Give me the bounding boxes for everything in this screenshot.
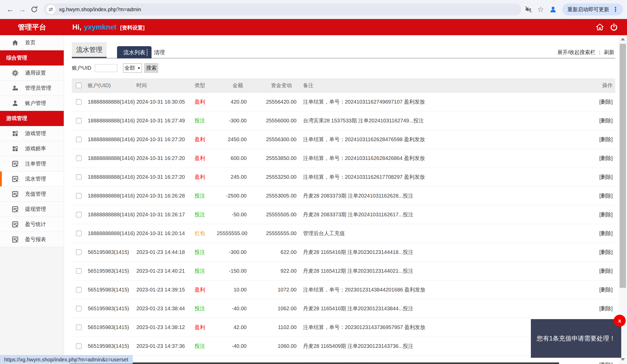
sidebar-item-游戏赔率[interactable]: 游戏赔率 — [0, 141, 64, 156]
scrollbar-thumb[interactable] — [620, 44, 626, 288]
cell-time: 2023-01-23 14:39:15 — [133, 287, 183, 293]
scroll-up-icon[interactable] — [621, 38, 625, 40]
username[interactable]: yxymknet — [84, 23, 117, 31]
sidebar-item-游戏管理[interactable]: 游戏管理 — [0, 126, 64, 141]
refresh-link[interactable]: 刷新 — [604, 49, 614, 56]
cell-amount: -2500.00 — [217, 193, 248, 199]
profile-avatar-icon[interactable] — [549, 5, 557, 13]
delete-link[interactable]: [删除] — [599, 212, 613, 217]
recharge-notification: 您有1条充值申请需要处理！ — [531, 319, 621, 358]
cell-balance: 1072.00 — [248, 287, 297, 293]
sidebar-item-注单管理[interactable]: 注单管理 — [0, 156, 64, 171]
doc-icon — [11, 236, 19, 243]
cell-uid: 565195983(1415) — [86, 249, 133, 255]
cell-amount: -40.00 — [217, 306, 248, 312]
sidebar-item-充值管理[interactable]: 充值管理 — [0, 187, 64, 202]
delete-link[interactable]: [删除] — [599, 249, 613, 255]
scroll-down-icon[interactable] — [621, 358, 625, 361]
sidebar-item-提现管理[interactable]: 提现管理 — [0, 202, 64, 217]
search-button[interactable]: 搜索 — [144, 63, 158, 73]
row-checkbox[interactable] — [76, 156, 82, 161]
cell-uid: 18888888888(1416) — [86, 118, 133, 124]
cell-type: 盈利 — [183, 324, 217, 331]
toggle-search-link[interactable]: 展开/收起搜索栏 — [557, 49, 595, 56]
delete-link[interactable]: [删除] — [599, 230, 613, 236]
delete-link[interactable]: [删除] — [599, 362, 613, 364]
notification-close-icon[interactable]: x — [614, 315, 626, 327]
profile-settings-link[interactable]: [资料设置] — [120, 24, 144, 31]
row-checkbox[interactable] — [76, 306, 82, 311]
delete-link[interactable]: [删除] — [599, 287, 613, 293]
sidebar-item-通用设置[interactable]: 通用设置 — [0, 65, 64, 81]
update-button[interactable]: 重新启动即可更新 ⋮ — [562, 3, 623, 15]
tab-muted-icon[interactable] — [524, 5, 532, 13]
cell-balance: 25553850.00 — [248, 155, 297, 161]
row-checkbox[interactable] — [76, 325, 82, 330]
table-row: 18888888888(1416) 2024-10-31 16:26:17 投注… — [72, 205, 615, 224]
cell-uid: 565195983(1415) — [86, 343, 133, 349]
uid-input[interactable] — [95, 64, 117, 72]
row-checkbox[interactable] — [76, 174, 82, 180]
delete-link[interactable]: [删除] — [599, 99, 613, 105]
row-checkbox[interactable] — [76, 249, 82, 255]
header-action: 操作 — [590, 82, 615, 89]
row-checkbox-cell — [72, 287, 86, 293]
select-all-checkbox[interactable] — [76, 83, 82, 88]
address-bar[interactable]: xg.hwym.shop/index.php?m=admin — [43, 3, 521, 15]
row-checkbox[interactable] — [76, 268, 82, 274]
sidebar-item-管理员管理[interactable]: 管理员管理 — [0, 81, 64, 96]
row-checkbox-cell — [72, 306, 86, 311]
tab-flow-list[interactable]: 流水列表 — [117, 46, 152, 58]
delete-link[interactable]: [删除] — [599, 118, 613, 123]
logout-power-icon[interactable] — [610, 23, 618, 31]
sidebar-section: 游戏管理 — [0, 111, 64, 126]
cell-balance: 25553005.00 — [248, 193, 297, 199]
row-checkbox[interactable] — [76, 193, 82, 199]
url-text[interactable]: xg.hwym.shop/index.php?m=admin — [59, 7, 141, 13]
sidebar-item-label: 账户管理 — [25, 100, 46, 107]
tab-clean[interactable]: 清理 — [151, 46, 167, 58]
row-checkbox[interactable] — [76, 287, 82, 293]
home-icon[interactable] — [596, 23, 604, 31]
sidebar-item-盈亏统计[interactable]: 盈亏统计 — [0, 217, 64, 232]
delete-link[interactable]: [删除] — [599, 306, 613, 311]
type-select-value: 全部 — [125, 64, 135, 71]
row-checkbox[interactable] — [76, 118, 82, 123]
cell-action: [删除] — [590, 155, 615, 162]
delete-link[interactable]: [删除] — [599, 193, 613, 199]
forward-icon[interactable]: → — [16, 3, 28, 15]
delete-link[interactable]: [删除] — [599, 268, 613, 274]
row-checkbox[interactable] — [76, 343, 82, 349]
site-settings-icon[interactable] — [47, 5, 55, 14]
cell-amount: 10.00 — [217, 287, 248, 293]
row-checkbox[interactable] — [76, 212, 82, 217]
table-row: 565195983(1415) 2023-01-23 14:39:15 盈利 1… — [72, 281, 615, 299]
cell-uid: 18888888888(1416) — [86, 230, 133, 236]
sidebar-item-账户管理[interactable]: 账户管理 — [0, 96, 64, 111]
row-checkbox[interactable] — [76, 137, 82, 142]
sidebar-item-流水管理[interactable]: 流水管理 — [0, 171, 64, 187]
cell-type: 红包 — [183, 230, 217, 237]
header-time: 时间 — [133, 82, 183, 89]
bookmark-star-icon[interactable]: ☆ — [537, 5, 544, 14]
delete-link[interactable]: [删除] — [599, 174, 613, 180]
sidebar-item-盈亏报表[interactable]: 盈亏报表 — [0, 232, 64, 247]
cell-amount: 25555555.00 — [217, 230, 248, 236]
screen: ← → xg.hwym.shop/index.php?m=admin ☆ 重新启… — [0, 0, 627, 364]
sidebar-section-label: 游戏管理 — [6, 115, 27, 122]
sidebar-item-首页[interactable]: 首页 — [0, 35, 64, 50]
row-checkbox[interactable] — [76, 231, 82, 236]
type-select[interactable]: 全部 ▼ — [123, 63, 142, 73]
back-icon[interactable]: ← — [4, 3, 16, 15]
cell-time: 2024-10-31 16:26:17 — [133, 212, 183, 218]
horizontal-scrollbar[interactable] — [69, 362, 559, 364]
cell-type: 盈利 — [183, 286, 217, 293]
cell-balance: 25556300.00 — [248, 136, 297, 142]
delete-link[interactable]: [删除] — [599, 155, 613, 161]
table-row: 18888888888(1416) 2024-10-31 16:27:20 盈利… — [72, 168, 615, 187]
sidebar-item-label: 游戏赔率 — [25, 145, 46, 152]
browser-menu-icon[interactable]: ⋮ — [612, 6, 619, 13]
reload-icon[interactable] — [28, 3, 40, 15]
row-checkbox[interactable] — [76, 99, 82, 105]
delete-link[interactable]: [删除] — [599, 136, 613, 142]
